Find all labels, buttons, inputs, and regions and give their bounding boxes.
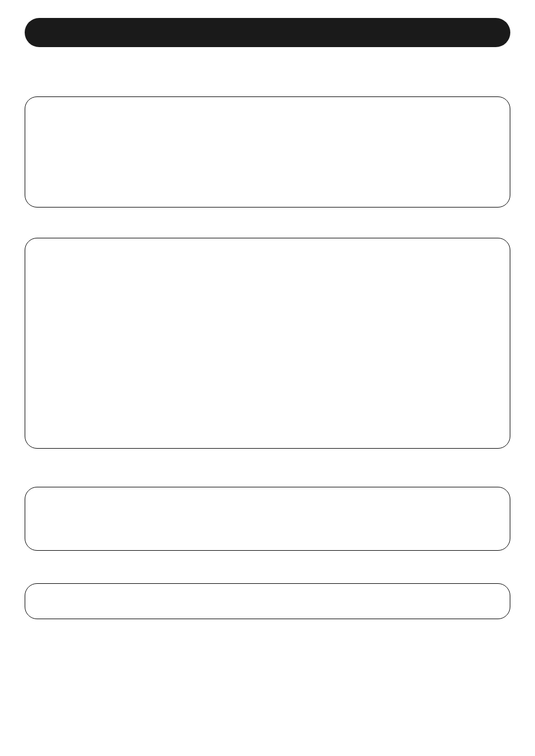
content-box-1 [25,96,510,208]
content-box-2 [25,238,510,449]
header-bar [25,18,510,47]
spacer [25,449,510,487]
content-box-4 [25,583,510,619]
content-box-3 [25,487,510,551]
spacer [25,208,510,238]
spacer [25,47,510,96]
spacer [25,551,510,583]
